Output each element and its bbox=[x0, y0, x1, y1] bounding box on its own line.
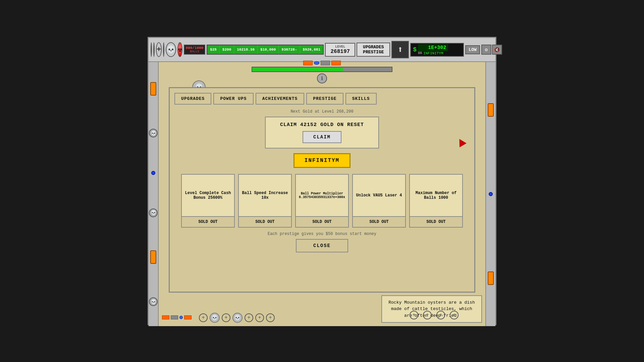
bb-label: BB bbox=[418, 51, 422, 55]
balls-label: BALLS bbox=[190, 50, 199, 53]
upgrade-card-3: Unlock VAUS Laser 4 SOLD OUT bbox=[352, 174, 406, 228]
upgrade-card-title-1: Ball Speed Increase 10x bbox=[239, 175, 291, 216]
right-slider-bottom[interactable] bbox=[488, 272, 494, 285]
ball-orange[interactable] bbox=[163, 42, 164, 57]
left-skull-1: 💀 bbox=[149, 129, 158, 137]
right-plus-1[interactable]: + bbox=[410, 311, 418, 319]
modal-panel: UPGRADES POWER UPS ACHIEVEMENTS PRESTIGE… bbox=[169, 87, 475, 293]
bottom-plus-5[interactable]: + bbox=[266, 313, 275, 322]
bottom-plus-1[interactable]: + bbox=[199, 313, 208, 322]
next-gold-text: Next Gold at Level 268,200 bbox=[176, 109, 468, 114]
bottom-slider-2 bbox=[171, 315, 178, 319]
right-plus-3[interactable]: + bbox=[436, 311, 445, 319]
left-rail: 💀 💀 💀 bbox=[149, 62, 159, 326]
settings-button[interactable]: ⚙ bbox=[481, 45, 491, 55]
infinitym-button[interactable]: INFINITYM bbox=[293, 153, 351, 168]
money-display-box: $ 1E+302 BB INFINITYM bbox=[410, 43, 464, 57]
ball-add[interactable]: + bbox=[156, 42, 162, 57]
prog-block-3 bbox=[321, 61, 330, 65]
game-container: + 💀 ☢ 000/1000 BALLS $25 $200 16218.36 $… bbox=[148, 37, 496, 325]
right-slider-top[interactable] bbox=[488, 103, 494, 117]
upgrade-card-footer-4[interactable]: SOLD OUT bbox=[410, 216, 462, 227]
upgrade-card-footer-3[interactable]: SOLD OUT bbox=[353, 216, 405, 227]
progress-blocks bbox=[303, 61, 341, 65]
left-skull-3: 💀 bbox=[149, 297, 158, 306]
bio-icon: ☢ bbox=[178, 46, 182, 53]
plus-icon: + bbox=[157, 46, 161, 54]
gear-icon: ⚙ bbox=[485, 47, 488, 53]
ball-skull[interactable]: 💀 bbox=[166, 42, 176, 57]
right-plus-2[interactable]: + bbox=[423, 311, 432, 319]
prestige-arrows-button[interactable]: ⬆ bbox=[391, 41, 409, 58]
progress-bar bbox=[252, 67, 392, 72]
balls-counter: 000/1000 BALLS bbox=[184, 45, 205, 55]
upgrade-card-0: Level Complete Cash Bonus 25600% SOLD OU… bbox=[181, 174, 235, 228]
claim-button[interactable]: CLAIM bbox=[303, 131, 341, 143]
prestige-content: Next Gold at Level 268,200 CLAIM 42152 G… bbox=[170, 105, 474, 257]
bonus-text: Each prestige gives you $50 bonus start … bbox=[176, 232, 468, 236]
nav-tabs: UPGRADES POWER UPS ACHIEVEMENTS PRESTIGE… bbox=[170, 88, 474, 105]
mute-button[interactable]: 🔇 bbox=[492, 45, 502, 55]
upgrade-card-footer-1[interactable]: SOLD OUT bbox=[239, 216, 291, 227]
price-bar: $25 $200 16218.36 $10,000 936728- $926,0… bbox=[207, 45, 324, 55]
bottom-skull-cluster: 💀 bbox=[210, 313, 220, 323]
upgrade-card-footer-2[interactable]: SOLD OUT bbox=[296, 216, 348, 227]
upgrade-cards: Level Complete Cash Bonus 25600% SOLD OU… bbox=[176, 174, 468, 228]
balls-count-value: 000/1000 bbox=[186, 46, 204, 50]
bottom-plus-4[interactable]: + bbox=[255, 313, 264, 322]
bottom-slider-1 bbox=[162, 315, 169, 319]
settings-icons: ⚙ 🔇 bbox=[481, 45, 502, 55]
right-plus-4[interactable]: + bbox=[450, 311, 459, 319]
tab-skills[interactable]: SKILLS bbox=[345, 93, 377, 105]
bottom-plus-3[interactable]: + bbox=[245, 313, 253, 322]
top-bar: + 💀 ☢ 000/1000 BALLS $25 $200 16218.36 $… bbox=[149, 38, 495, 62]
left-slider-top[interactable] bbox=[150, 82, 156, 96]
bottom-sliders bbox=[162, 315, 192, 319]
upgrade-card-title-4: Maximum Number of Balls 1000 bbox=[410, 175, 462, 216]
right-rail bbox=[485, 62, 495, 326]
skull-icon: 💀 bbox=[166, 45, 175, 54]
claim-box: CLAIM 42152 GOLD ON RESET CLAIM bbox=[265, 117, 379, 148]
tab-powerups[interactable]: POWER UPS bbox=[213, 93, 253, 105]
left-slider-bottom[interactable] bbox=[150, 250, 156, 264]
ball-pink[interactable] bbox=[153, 42, 155, 57]
level-value: 268197 bbox=[329, 49, 351, 55]
tab-prestige[interactable]: PRESTIGE bbox=[306, 93, 343, 105]
dollar-sign: $ bbox=[413, 46, 417, 53]
quality-badge: LOW bbox=[465, 45, 480, 54]
upgrade-card-footer-0[interactable]: SOLD OUT bbox=[182, 216, 234, 227]
upgrade-card-2: Ball Power Multiplier 6.357543035931337e… bbox=[295, 174, 349, 228]
level-label: LEVEL bbox=[329, 45, 351, 49]
bottom-circles: + 💀 + 💀 + + + bbox=[199, 313, 275, 323]
tab-achievements[interactable]: ACHIEVEMENTS bbox=[256, 93, 305, 105]
left-skull-2: 💀 bbox=[149, 208, 158, 217]
price-4: $10,000 bbox=[258, 45, 279, 54]
right-dot-blue bbox=[489, 192, 493, 196]
ball-biohazard[interactable]: ☢ bbox=[177, 42, 182, 57]
ball-yellow[interactable] bbox=[151, 42, 152, 57]
upgrades-prestige-button[interactable]: UPGRADES PRESTIGE bbox=[357, 43, 390, 57]
price-2: $200 bbox=[220, 45, 234, 54]
bottom-plus-2[interactable]: + bbox=[222, 313, 230, 322]
prestige-label: PRESTIGE bbox=[361, 50, 385, 55]
money-value: 1E+302 bbox=[418, 44, 448, 51]
bottom-slider-3 bbox=[184, 315, 192, 319]
bottom-area: + 💀 + 💀 + + + Rocky Mountain oysters are… bbox=[159, 289, 485, 326]
prog-block-2 bbox=[314, 61, 319, 65]
upgrade-card-title-0: Level Complete Cash Bonus 25600% bbox=[182, 175, 234, 216]
close-button[interactable]: CLOSE bbox=[296, 239, 348, 252]
info-circle[interactable]: ℹ bbox=[317, 73, 327, 83]
bottom-dot-blue bbox=[179, 316, 183, 319]
mute-icon: 🔇 bbox=[494, 47, 500, 53]
tab-upgrades[interactable]: UPGRADES bbox=[174, 93, 211, 105]
upgrade-card-1: Ball Speed Increase 10x SOLD OUT bbox=[238, 174, 292, 228]
top-bar-right: LEVEL 268197 UPGRADES PRESTIGE ⬆ $ 1E+30… bbox=[325, 41, 502, 58]
game-area: 💀 💀 💀 ℹ bbox=[149, 62, 495, 326]
prog-block-4 bbox=[331, 61, 341, 65]
top-progress: ℹ bbox=[159, 65, 485, 79]
prog-block-1 bbox=[303, 61, 313, 65]
price-6: $926,081 bbox=[300, 45, 323, 54]
upgrade-card-title-2: Ball Power Multiplier 6.357543035931337e… bbox=[296, 175, 348, 216]
price-5: 936728- bbox=[279, 45, 300, 54]
claim-title: CLAIM 42152 GOLD ON RESET bbox=[271, 122, 373, 128]
